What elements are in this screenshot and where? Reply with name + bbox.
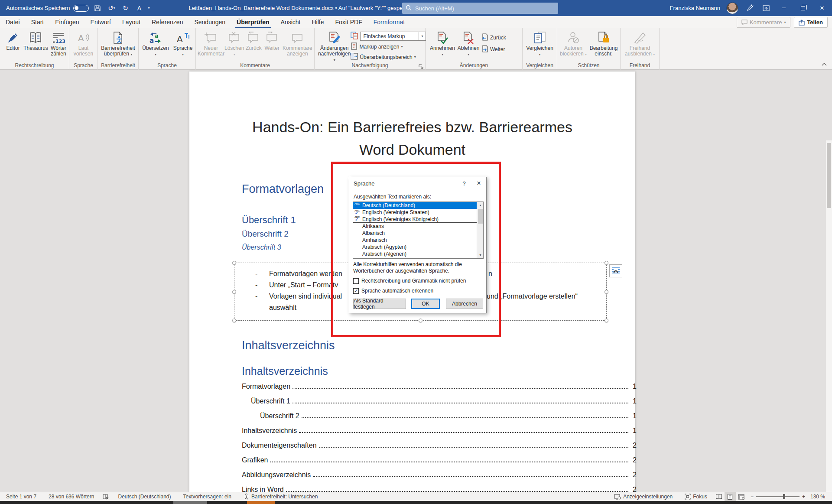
listbox-scrollbar[interactable]: ▴ ▾	[477, 202, 483, 258]
quick-access-chevron-icon[interactable]: ▾	[148, 6, 150, 10]
compare-button[interactable]: Vergleichen▾	[523, 29, 556, 63]
resize-handle[interactable]	[604, 261, 608, 265]
delete-comment-button[interactable]: Löschen▾	[224, 29, 244, 63]
tab-ansicht[interactable]: Ansicht	[275, 17, 306, 27]
collapse-ribbon-icon[interactable]	[821, 61, 828, 67]
resize-handle[interactable]	[604, 290, 608, 294]
tab-foxit-pdf[interactable]: Foxit PDF	[329, 17, 367, 27]
comments-button[interactable]: Kommentare▾	[737, 17, 790, 28]
tab-referenzen[interactable]: Referenzen	[146, 17, 188, 27]
reviewing-pane-button[interactable]: Überarbeitungsbereich▾	[351, 52, 426, 62]
save-icon[interactable]	[92, 3, 103, 13]
language-option[interactable]: Albanisch	[353, 230, 483, 237]
checkbox-detect-language[interactable]: ✓ Sprache automatisch erkennen	[353, 288, 433, 294]
layout-options-button[interactable]	[609, 264, 622, 277]
reject-button[interactable]: Ablehnen▾	[456, 29, 481, 63]
language-dialog[interactable]: Sprache ? × Ausgewählten Text markieren …	[349, 177, 487, 313]
text-predictions-indicator[interactable]: Textvorhersagen: ein	[177, 492, 237, 501]
tab-hilfe[interactable]: Hilfe	[306, 17, 329, 27]
undo-icon[interactable]: ↺▾	[106, 3, 117, 13]
search-input[interactable]	[415, 5, 555, 12]
language-listbox[interactable]: ABC✓ Deutsch (Deutschland) ABC✓ Englisch…	[353, 202, 484, 259]
next-change-button[interactable]: Weiter	[481, 45, 506, 54]
document-title[interactable]: Leitfaden_Hands-On_Barrierefreie Word Do…	[188, 5, 421, 11]
restore-button[interactable]	[796, 2, 809, 15]
print-layout-button[interactable]	[725, 492, 736, 501]
minimize-button[interactable]: −	[777, 2, 790, 15]
document-scrollbar[interactable]	[826, 140, 832, 504]
user-name[interactable]: Franziska Neumann	[670, 5, 720, 11]
listbox-scrollbar-thumb[interactable]	[478, 209, 483, 224]
zoom-track[interactable]	[756, 496, 800, 497]
scrollbar-thumb[interactable]	[827, 143, 831, 208]
zoom-in-icon[interactable]: +	[802, 494, 805, 500]
editor-button[interactable]: Editor	[3, 29, 23, 63]
toc-entry[interactable]: Dokumenteigenschaften2	[242, 442, 637, 449]
previous-comment-button[interactable]: Zurück	[244, 29, 263, 63]
language-option[interactable]: Arabisch (Ägypten)	[353, 244, 483, 250]
dialog-titlebar[interactable]: Sprache ? ×	[349, 177, 486, 189]
toc-entry[interactable]: Inhaltsverzeichnis1	[242, 427, 637, 435]
font-color-icon[interactable]: A	[134, 3, 144, 13]
web-layout-button[interactable]	[736, 492, 747, 501]
toc-entry[interactable]: Formatvorlagen1	[242, 383, 637, 390]
language-option[interactable]: Arabisch (Algerien)	[353, 250, 483, 257]
word-count-button[interactable]: 123 Wörter zählen	[48, 29, 69, 63]
language-option[interactable]: ABC✓ Englisch (Vereinigtes Königreich)	[353, 216, 483, 223]
language-option[interactable]: ABC✓ Englisch (Vereinigte Staaten)	[353, 209, 483, 216]
tab-datei[interactable]: Datei	[0, 17, 26, 27]
tab-start[interactable]: Start	[26, 17, 50, 27]
toc-entry[interactable]: Überschrift 11	[242, 397, 637, 405]
page-indicator[interactable]: Seite 1 von 7	[0, 492, 42, 501]
restrict-editing-button[interactable]: Bearbeitung einschr.	[588, 29, 620, 63]
block-authors-button[interactable]: Autoren blockieren ▾	[559, 29, 588, 63]
toc-entry[interactable]: Grafiken2	[242, 456, 637, 464]
dialog-close-button[interactable]: ×	[471, 177, 486, 189]
close-button[interactable]: ×	[816, 2, 829, 15]
ink-pen-icon[interactable]	[744, 3, 755, 13]
new-comment-button[interactable]: Neuer Kommentar	[198, 29, 224, 63]
zoom-out-icon[interactable]: −	[751, 494, 754, 500]
toc-entry[interactable]: Überschrift 21	[242, 412, 637, 420]
share-button[interactable]: Teilen	[794, 17, 828, 28]
tab-formformat[interactable]: Formformat	[368, 17, 410, 27]
checkbox-unchecked[interactable]	[353, 278, 359, 284]
zoom-level[interactable]: 130 %	[809, 492, 832, 501]
ribbon-display-options-icon[interactable]	[761, 3, 771, 13]
language-option[interactable]: ABC✓ Deutsch (Deutschland)	[353, 202, 483, 209]
resize-handle[interactable]	[232, 261, 236, 265]
dialog-help-button[interactable]: ?	[457, 177, 471, 189]
resize-handle[interactable]	[604, 319, 608, 322]
avatar[interactable]	[726, 2, 738, 14]
next-comment-button[interactable]: Weiter	[263, 29, 280, 63]
language-option[interactable]: Afrikaans	[353, 223, 483, 230]
language-indicator[interactable]: Deutsch (Deutschland)	[112, 492, 177, 501]
checkbox-checked[interactable]: ✓	[353, 288, 359, 294]
redo-icon[interactable]: ↻	[120, 3, 130, 13]
scroll-up-icon[interactable]: ▴	[477, 202, 484, 208]
tab-sendungen[interactable]: Sendungen	[188, 17, 231, 27]
translate-button[interactable]: aa Übersetzen▾	[140, 29, 171, 63]
autosave-toggle[interactable]	[73, 5, 89, 12]
toc-entry[interactable]: Abbildungsverzeichnis2	[242, 471, 637, 479]
search-box[interactable]	[402, 3, 558, 14]
accessibility-status[interactable]: Barrierefreiheit: Untersuchen	[237, 492, 324, 501]
ok-button[interactable]: OK	[411, 299, 440, 309]
proofing-errors-icon[interactable]	[100, 492, 112, 501]
language-option[interactable]: Amharisch	[353, 237, 483, 244]
checkbox-no-proofing[interactable]: Rechtschreibung und Grammatik nicht prüf…	[353, 278, 466, 284]
tab-einfuegen[interactable]: Einfügen	[49, 17, 84, 27]
cancel-button[interactable]: Abbrechen	[446, 299, 483, 309]
track-changes-button[interactable]: Änderungen nachverfolgen ▾	[318, 29, 351, 63]
thesaurus-button[interactable]: Thesaurus	[23, 29, 48, 63]
set-default-button[interactable]: Als Standard festlegen	[353, 299, 406, 309]
markup-dropdown[interactable]: Einfaches Markup ▾	[360, 32, 426, 41]
tab-ueberpruefen[interactable]: Überprüfen	[231, 17, 275, 27]
language-button[interactable]: A Sprache▾	[171, 29, 195, 63]
accessibility-check-button[interactable]: Barrierefreiheit überprüfen ▾	[98, 29, 138, 63]
previous-change-button[interactable]: Zurück	[481, 33, 506, 42]
tab-entwurf[interactable]: Entwurf	[85, 17, 117, 27]
tab-layout[interactable]: Layout	[117, 17, 146, 27]
resize-handle[interactable]	[232, 290, 236, 294]
show-comments-button[interactable]: Kommentare anzeigen	[281, 29, 314, 63]
